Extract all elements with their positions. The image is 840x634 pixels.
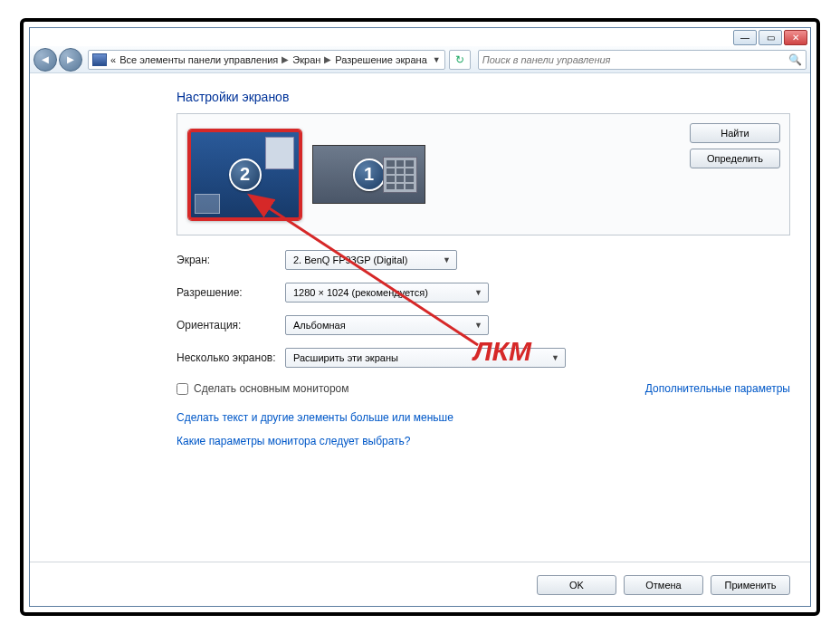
make-primary-checkbox-input[interactable]: [177, 383, 188, 395]
maximize-button[interactable]: ▭: [759, 30, 782, 45]
advanced-settings-link[interactable]: Дополнительные параметры: [645, 382, 790, 395]
monitor-2[interactable]: 2: [188, 130, 301, 220]
multiple-displays-value: Расширить эти экраны: [293, 352, 398, 363]
chevron-down-icon: ▼: [474, 288, 482, 297]
breadcrumb-dropdown-icon[interactable]: ▼: [433, 55, 441, 64]
breadcrumb-item-0[interactable]: Все элементы панели управления: [119, 54, 278, 65]
resolution-dropdown[interactable]: 1280 × 1024 (рекомендуется) ▼: [285, 283, 489, 303]
chevron-down-icon: ▼: [474, 321, 482, 330]
ok-button[interactable]: OK: [537, 575, 616, 595]
navigation-bar: ◄ ► « Все элементы панели управления ▶ Э…: [30, 46, 810, 73]
find-button[interactable]: Найти: [690, 123, 780, 143]
breadcrumb-item-1[interactable]: Экран: [292, 54, 320, 65]
display-label: Экран:: [177, 254, 285, 266]
multiple-displays-dropdown[interactable]: Расширить эти экраны ▼: [285, 348, 566, 368]
window-decoration-icon: [265, 137, 294, 169]
chevron-right-icon: ▶: [282, 54, 289, 64]
footer-buttons: OK Отмена Применить: [30, 562, 810, 606]
identify-button[interactable]: Определить: [690, 149, 780, 168]
text-size-link[interactable]: Сделать текст и другие элементы больше и…: [177, 411, 790, 424]
chevron-right-icon: ▶: [324, 54, 331, 64]
back-button[interactable]: ◄: [33, 48, 57, 72]
keypad-decoration-icon: [383, 157, 417, 193]
window-controls: ― ▭ ✕: [733, 28, 810, 45]
monitor-1[interactable]: 1: [312, 145, 425, 204]
content-area: Настройки экранов 2 1 Найти Определить Э…: [30, 73, 810, 547]
resolution-value: 1280 × 1024 (рекомендуется): [293, 287, 428, 298]
monitor-1-number: 1: [353, 158, 386, 191]
search-box[interactable]: 🔍: [478, 50, 807, 70]
display-dropdown[interactable]: 2. BenQ FP93GP (Digital) ▼: [285, 250, 457, 270]
forward-button[interactable]: ►: [59, 48, 82, 72]
page-title: Настройки экранов: [177, 90, 790, 104]
minimize-button[interactable]: ―: [733, 30, 757, 45]
which-params-link[interactable]: Какие параметры монитора следует выбрать…: [177, 435, 790, 447]
breadcrumb-prefix: «: [110, 54, 116, 65]
display-value: 2. BenQ FP93GP (Digital): [293, 255, 407, 265]
breadcrumb[interactable]: « Все элементы панели управления ▶ Экран…: [88, 50, 445, 70]
taskbar-decoration-icon: [195, 194, 220, 214]
close-button[interactable]: ✕: [784, 30, 807, 45]
resolution-label: Разрешение:: [177, 286, 285, 299]
search-input[interactable]: [482, 54, 788, 65]
orientation-value: Альбомная: [293, 320, 346, 331]
apply-button[interactable]: Применить: [711, 575, 790, 595]
refresh-button[interactable]: ↻: [449, 50, 471, 70]
orientation-dropdown[interactable]: Альбомная ▼: [285, 315, 489, 335]
make-primary-label: Сделать основным монитором: [194, 382, 349, 395]
orientation-label: Ориентация:: [177, 319, 285, 331]
multiple-displays-label: Несколько экранов:: [177, 351, 285, 364]
make-primary-checkbox[interactable]: Сделать основным монитором: [177, 382, 349, 395]
chevron-down-icon: ▼: [551, 353, 559, 362]
settings-form: Экран: 2. BenQ FP93GP (Digital) ▼ Разреш…: [177, 250, 790, 368]
monitor-2-number: 2: [229, 158, 262, 191]
address-icon: [92, 53, 107, 66]
breadcrumb-item-2[interactable]: Разрешение экрана: [335, 54, 426, 65]
cancel-button[interactable]: Отмена: [624, 575, 703, 595]
monitor-preview-area: 2 1 Найти Определить: [177, 113, 790, 235]
search-icon[interactable]: 🔍: [788, 53, 802, 66]
chevron-down-icon: ▼: [443, 255, 451, 264]
